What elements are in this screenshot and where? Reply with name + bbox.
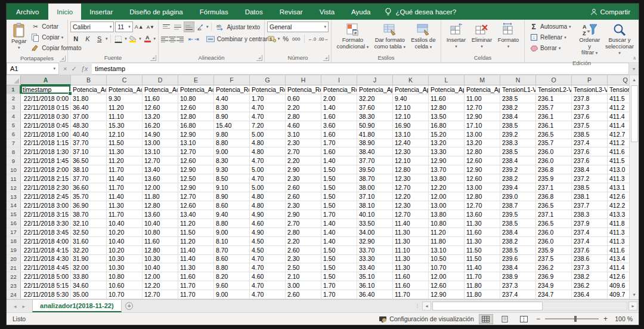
cell-D20[interactable]: 10.30 [143,255,178,263]
cell-J24[interactable]: 36.40 [357,290,393,299]
cell-D18[interactable]: 11.60 [143,237,178,245]
cell-L4[interactable]: 13.50 [429,112,465,121]
cell-E10[interactable]: 12.90 [178,165,214,174]
cell-I2[interactable]: 2.00 [321,94,357,103]
cell-G11[interactable]: 4.70 [250,174,286,183]
cell-P17[interactable]: 237.4 [572,228,608,236]
cell-P12[interactable]: 238.5 [572,183,608,192]
find-select-button[interactable]: Buscar y seleccionar ▾ [603,21,636,58]
cell-A17[interactable]: 22/11/2018 3:45 [21,228,71,236]
cell-B18[interactable]: 31.60 [71,237,107,245]
cell-F8[interactable]: 9.00 [214,147,250,156]
row-header-5[interactable]: 5 [7,121,21,130]
cell-L7[interactable]: 13.20 [429,139,465,147]
cell-K6[interactable]: 13.10 [393,130,429,139]
cell-K21[interactable]: 11.30 [393,263,429,272]
cell-J4[interactable]: 38.30 [357,112,393,121]
font-family-combo[interactable]: Calibri ▾ [70,21,114,32]
name-box[interactable]: A1 ▾ [7,63,59,75]
cell-Q11[interactable]: 411.3 [608,174,629,183]
increase-indent-button[interactable]: ⇥ [194,33,199,44]
cell-H6[interactable]: 3.10 [286,130,321,139]
number-format-combo[interactable]: General ▾ [267,21,329,32]
cell-A4[interactable]: 22/11/2018 0:30 [21,112,71,121]
cell-H2[interactable]: 0.60 [286,94,321,103]
cell-K15[interactable]: 12.70 [393,210,429,219]
cell-I16[interactable]: 1.40 [321,219,357,227]
cell-F20[interactable]: 8.60 [214,255,250,263]
cell-L14[interactable]: 13.00 [429,201,465,210]
cell-O19[interactable]: 235.9 [536,246,572,254]
page-layout-view-button[interactable] [498,314,512,324]
cell-F22[interactable]: 8.20 [214,272,250,281]
cell-P23[interactable]: 236.2 [572,281,608,290]
cell-A20[interactable]: 22/11/2018 4:30 [21,255,71,263]
cell-N10[interactable]: 239.2 [500,165,536,174]
cell-Q4[interactable]: 411.4 [608,112,629,121]
cell-G18[interactable]: 4.50 [250,237,286,245]
cell-M20[interactable]: 11.50 [465,255,500,263]
cell-J16[interactable]: 33.50 [357,219,393,227]
cell-D13[interactable]: 11.80 [143,192,178,201]
cell-B12[interactable]: 36.60 [71,183,107,192]
cell-K9[interactable]: 12.10 [393,156,429,165]
row-header-13[interactable]: 13 [7,192,21,201]
cell-J2[interactable]: 32.20 [357,94,393,103]
fill-color-button[interactable] [128,33,139,44]
cell-H1[interactable]: Potencia_Re [286,85,321,94]
cancel-icon[interactable]: × [63,65,67,72]
cell-N8[interactable]: 238.5 [500,147,536,156]
cell-F10[interactable]: 9.30 [214,165,250,174]
cell-M23[interactable]: 11.80 [465,281,500,290]
column-header-L[interactable]: L [429,75,465,85]
cell-I12[interactable]: 1.50 [321,183,357,192]
sheet-nav-right-icon[interactable]: ▸ [23,303,26,309]
row-header-8[interactable]: 8 [7,147,21,156]
cell-P13[interactable]: 238.1 [572,192,608,201]
delete-cells-button[interactable]: Eliminar ▾ [469,21,494,51]
align-bottom-icon[interactable] [184,21,194,32]
cell-L8[interactable]: 13.30 [429,147,465,156]
cell-Q24[interactable]: 409.7 [608,290,629,299]
cell-I3[interactable]: 1.40 [321,103,357,112]
wrap-text-button[interactable]: ab Ajustar texto [213,22,262,32]
insert-cells-button[interactable]: Insertar ▾ [444,21,468,51]
cell-I1[interactable]: Potencia_Re [321,85,357,94]
cell-D12[interactable]: 12.00 [143,183,178,192]
cell-A14[interactable]: 22/11/2018 3:00 [21,201,71,210]
cell-O18[interactable]: 236.0 [536,237,572,245]
cell-H18[interactable]: 2.20 [286,237,321,245]
cell-N20[interactable]: 239.6 [500,255,536,263]
cell-A12[interactable]: 22/11/2018 2:30 [21,183,71,192]
format-as-table-button[interactable]: Dar formato como tabla ▾ [371,21,408,51]
cell-G1[interactable]: Potencia_Re [250,85,286,94]
cell-A13[interactable]: 22/11/2018 2:45 [21,192,71,201]
cell-P10[interactable]: 238.4 [572,165,608,174]
normal-view-button[interactable] [479,314,493,324]
cell-Q23[interactable]: 409.6 [608,281,629,290]
cell-A6[interactable]: 22/11/2018 1:00 [21,130,71,139]
cell-H17[interactable]: 2.80 [286,228,321,236]
cell-N2[interactable]: 238.5 [500,94,536,103]
cell-C8[interactable]: 11.30 [107,147,143,156]
cell-Q9[interactable]: 411.5 [608,156,629,165]
cell-E7[interactable]: 13.10 [178,139,214,147]
cell-B22[interactable]: 33.80 [71,272,107,281]
cell-L22[interactable]: 12.00 [429,272,465,281]
column-header-E[interactable]: E [178,75,214,85]
hscroll-left-icon[interactable]: ◂ [422,302,431,310]
cell-C3[interactable]: 11.20 [107,103,143,112]
cell-C5[interactable]: 15.30 [107,121,143,130]
cell-K14[interactable]: 12.30 [393,201,429,210]
cell-C11[interactable]: 11.40 [107,174,143,183]
cell-O10[interactable]: 236.8 [536,165,572,174]
cell-J5[interactable]: 50.90 [357,121,393,130]
cell-B17[interactable]: 32.50 [71,228,107,236]
cell-G4[interactable]: 4.70 [250,112,286,121]
decrease-indent-button[interactable]: ⇤ [188,33,193,44]
cell-E5[interactable]: 16.80 [178,121,214,130]
cell-F4[interactable]: 8.90 [214,112,250,121]
cell-I14[interactable]: 1.50 [321,201,357,210]
cell-D19[interactable]: 12.80 [143,246,178,254]
cell-H4[interactable]: 2.80 [286,112,321,121]
